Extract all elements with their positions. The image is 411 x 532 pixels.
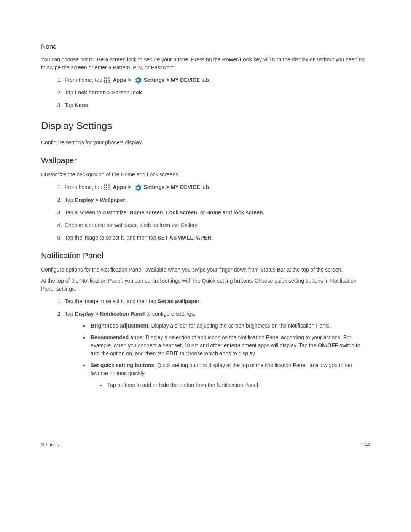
paragraph: You can choose not to use a screen lock … (41, 56, 370, 72)
text: , or (197, 209, 206, 216)
text-bold: None (75, 102, 88, 108)
page-footer: Settings 144 (41, 441, 370, 449)
list-item: Tap a screen to customize: Home screen, … (63, 209, 370, 217)
list-item: Tap None. (63, 101, 370, 109)
paragraph: Customize the background of the Home and… (41, 171, 370, 179)
text-bold: Settings > MY DEVICE (143, 77, 200, 83)
bullet-list: Brightness adjustment: Display a slider … (65, 322, 370, 389)
apps-grid-icon (104, 183, 111, 190)
document-page: None You can choose not to use a screen … (0, 0, 411, 532)
paragraph: At the top of the Notification Panel, yo… (41, 277, 370, 293)
text-bold: Power/Lock (222, 56, 252, 62)
heading-none: None (41, 42, 370, 52)
list-item: Brightness adjustment: Display a slider … (89, 322, 370, 330)
text-bold: Display > Notification Panel (75, 311, 145, 317)
footer-section: Settings (41, 441, 59, 449)
text-bold: Set as wallpaper (158, 298, 199, 304)
text-bold: Settings > MY DEVICE (143, 184, 200, 190)
paragraph: Configure options for the Notification P… (41, 266, 370, 274)
text: From home, tap (65, 77, 104, 83)
list-item: From home, tap Apps > Settings > MY DEVI… (63, 183, 370, 191)
settings-gear-icon (134, 184, 142, 192)
paragraph: Configure settings for your phone's disp… (41, 139, 370, 147)
list-item: Choose a source for wallpaper, such as f… (63, 221, 370, 229)
svg-point-0 (137, 80, 138, 81)
text-bold: Set quick setting buttons (91, 362, 154, 368)
text-bold: Lock screen (166, 209, 197, 216)
heading-notification-panel: Notification Panel (41, 249, 370, 262)
text-bold: Lock screen > Screen lock (75, 89, 142, 96)
ordered-list: From home, tap Apps > Settings > MY DEVI… (41, 183, 370, 241)
text: . (88, 102, 89, 108)
text-bold: Display > Wallpaper (75, 197, 125, 203)
text: Tap the image to select it, and then tap (65, 235, 158, 241)
text: Tap (65, 197, 75, 203)
heading-wallpaper: Wallpaper (41, 154, 370, 166)
list-item: Recommended apps: Display a selection of… (89, 334, 370, 358)
text: Tap a screen to customize: (65, 209, 129, 216)
list-item: From home, tap Apps > Settings > MY DEVI… (63, 76, 370, 84)
text-bold: SET AS WALLPAPER (158, 235, 211, 241)
svg-point-1 (137, 187, 138, 188)
text-bold: Apps > (113, 184, 132, 190)
page-number: 144 (362, 441, 370, 449)
ordered-list: Tap the image to select it, and then tap… (41, 297, 370, 389)
heading-display-settings: Display Settings (41, 118, 370, 133)
list-item: Tap the image to select it, and then tap… (63, 297, 370, 305)
text-bold: Home and lock screen (206, 209, 263, 216)
text: : Display a slider for adjusting the scr… (148, 323, 331, 329)
text-bold: EDIT (166, 350, 178, 356)
text-bold: Brightness adjustment (91, 323, 148, 329)
text-bold: Recommended apps (91, 334, 143, 340)
list-item: Tap Display > Wallpaper. (63, 196, 370, 204)
text: , (163, 209, 166, 216)
list-item: Set quick setting buttons: Quick setting… (89, 361, 370, 389)
text: . (263, 209, 264, 216)
text-bold: ON/OFF (318, 342, 338, 348)
text: Tap (65, 102, 75, 108)
text: to choose which apps to display. (178, 350, 256, 356)
text: . (142, 89, 143, 96)
text: . (211, 235, 213, 241)
text: You can choose not to use a screen lock … (41, 56, 222, 62)
text: Tap the image to select it, and then tap (65, 298, 158, 304)
text: Tap (65, 311, 75, 317)
text: to configure settings: (145, 311, 195, 317)
text: . (125, 197, 127, 203)
list-item: Tap Lock screen > Screen lock. (63, 89, 370, 97)
text: From home, tap (65, 184, 104, 190)
sub-bullet-list: Tap buttons to add or hide the button fr… (91, 381, 370, 389)
apps-grid-icon (104, 76, 111, 83)
text: Tap (65, 89, 75, 96)
settings-gear-icon (134, 77, 142, 84)
page-content: None You can choose not to use a screen … (41, 42, 370, 394)
list-item: Tap Display > Notification Panel to conf… (63, 310, 370, 389)
list-item: Tap buttons to add or hide the button fr… (106, 381, 370, 389)
list-item: Tap the image to select it, and then tap… (63, 234, 370, 242)
text: tab. (200, 77, 210, 83)
text-bold: Apps > (113, 77, 132, 83)
ordered-list: From home, tap Apps > Settings > MY DEVI… (41, 76, 370, 109)
text: tab. (200, 184, 210, 190)
text: . (199, 298, 201, 304)
text-bold: Home screen (129, 209, 163, 216)
